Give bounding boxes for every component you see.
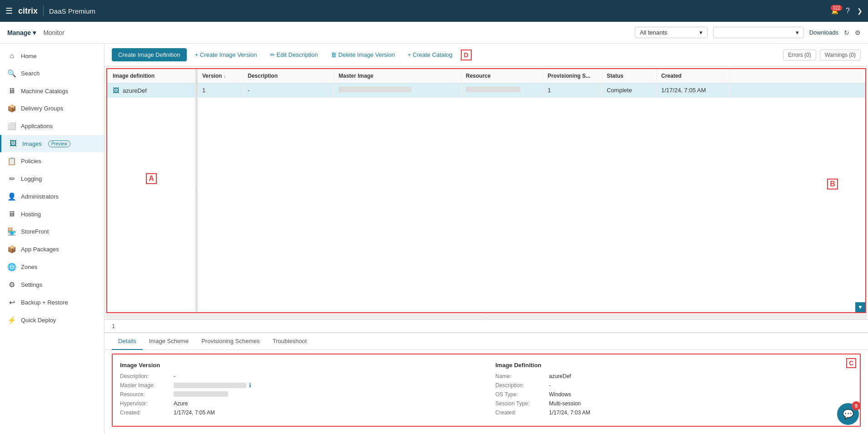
manage-chevron: ▾	[33, 29, 36, 36]
sidebar-item-app-packages[interactable]: 📦 App Packages	[0, 240, 104, 258]
details-content: Image Version Description: - Master Imag…	[112, 354, 861, 427]
sub-navigation: Manage ▾ Monitor All tenants ▾ ▾ Downloa…	[0, 22, 868, 44]
th-master-image[interactable]: Master Image	[334, 69, 461, 83]
scroll-chevron[interactable]: ▼	[855, 302, 865, 312]
expand-icon[interactable]: ❯	[857, 7, 863, 15]
def-detail-row-session: Session Type: Multi-session	[495, 400, 853, 407]
notification-count: 322	[831, 5, 842, 11]
def-detail-row-name: Name: azureDef	[495, 373, 853, 379]
help-icon[interactable]: ?	[846, 7, 850, 15]
master-image-blurred-detail	[174, 383, 246, 388]
th-status[interactable]: Status	[602, 69, 657, 83]
def-session-label: Session Type:	[495, 400, 545, 407]
th-resource[interactable]: Resource	[461, 69, 543, 83]
image-def-item[interactable]: 🖼 azureDef	[107, 83, 195, 98]
sidebar-item-zones[interactable]: 🌐 Zones	[0, 258, 104, 276]
machine-catalogs-icon: 🖥	[7, 87, 16, 95]
search-icon: 🔍	[7, 69, 16, 78]
tenant-selector[interactable]: All tenants ▾	[635, 27, 708, 38]
warnings-button[interactable]: Warnings (0)	[820, 50, 861, 60]
sidebar-item-label: Home	[21, 53, 37, 60]
toolbar-right: Errors (0) Warnings (0)	[783, 50, 861, 60]
create-image-version-button[interactable]: + Create Image Version	[190, 49, 262, 61]
menu-icon[interactable]: ☰	[5, 6, 13, 16]
td-version: 1	[198, 83, 243, 97]
sidebar-item-applications[interactable]: ⬜ Applications	[0, 117, 104, 135]
edit-desc-label: Edit Description	[277, 51, 318, 58]
policies-icon: 📋	[7, 157, 16, 165]
sidebar-item-home[interactable]: ⌂ Home	[0, 47, 104, 65]
master-value: ℹ	[174, 382, 251, 389]
edit-description-button[interactable]: ✏ Edit Description	[265, 49, 323, 61]
sidebar-item-label: Settings	[21, 281, 42, 288]
def-os-label: OS Type:	[495, 391, 545, 398]
chat-widget[interactable]: 💬 9	[837, 403, 859, 425]
chat-count: 9	[852, 401, 861, 410]
def-created-value: 1/17/24, 7:03 AM	[549, 409, 590, 416]
created-value: 1/17/24, 7:05 AM	[174, 409, 215, 416]
th-version-label: Version	[202, 73, 222, 79]
sidebar-item-administrators[interactable]: 👤 Administrators	[0, 188, 104, 205]
zones-icon: 🌐	[7, 263, 16, 271]
images-icon: 🖼	[9, 140, 18, 148]
errors-button[interactable]: Errors (0)	[783, 50, 816, 60]
master-label: Master Image:	[120, 382, 170, 389]
citrix-logo: citrix	[18, 6, 38, 16]
detail-row-created: Created: 1/17/24, 7:05 AM	[120, 409, 477, 416]
horizontal-scrollbar[interactable]: ···	[106, 315, 866, 319]
home-icon: ⌂	[7, 52, 16, 60]
master-info-icon[interactable]: ℹ	[249, 382, 251, 389]
tab-troubleshoot[interactable]: Troubleshoot	[266, 333, 313, 350]
main-layout: ⌂ Home 🔍 Search 🖥 Machine Catalogs 📦 Del…	[0, 44, 868, 434]
sidebar-item-backup-restore[interactable]: ↩ Backup + Restore	[0, 294, 104, 311]
secondary-selector[interactable]: ▾	[713, 27, 804, 38]
image-definition-column-header: Image definition	[107, 69, 195, 83]
sidebar-item-machine-catalogs[interactable]: 🖥 Machine Catalogs	[0, 82, 104, 100]
downloads-button[interactable]: Downloads	[809, 29, 838, 36]
sidebar-item-hosting[interactable]: 🖥 Hosting	[0, 205, 104, 223]
table-row[interactable]: 1 - 1 Complete 1/17/24, 7:05 AM	[198, 83, 865, 98]
tab-provisioning-schemes[interactable]: Provisioning Schemes	[195, 333, 266, 350]
tab-image-scheme[interactable]: Image Scheme	[143, 333, 195, 350]
sidebar-item-storefront[interactable]: 🏪 StoreFront	[0, 223, 104, 240]
create-image-definition-button[interactable]: Create Image Definition	[112, 48, 187, 61]
def-created-label: Created:	[495, 409, 545, 416]
create-catalog-button[interactable]: + Create Catalog	[403, 49, 457, 61]
def-os-value: Windows	[549, 391, 571, 398]
th-status-label: Status	[607, 73, 624, 79]
def-name-label: Name:	[495, 373, 545, 379]
sidebar-item-logging[interactable]: ✏ Logging	[0, 170, 104, 188]
a-annotation: A	[146, 173, 157, 184]
td-master-image	[334, 83, 461, 97]
td-description: -	[243, 83, 334, 97]
th-created[interactable]: Created	[657, 69, 729, 83]
def-detail-row-created: Created: 1/17/24, 7:03 AM	[495, 409, 853, 416]
delete-image-version-button[interactable]: 🗑 Delete Image Version	[326, 49, 399, 61]
sidebar-item-policies[interactable]: 📋 Policies	[0, 152, 104, 170]
app-packages-icon: 📦	[7, 245, 16, 254]
sidebar-item-quick-deploy[interactable]: ⚡ Quick Deploy	[0, 311, 104, 329]
th-version[interactable]: Version ↓	[198, 69, 243, 83]
sidebar-item-label: StoreFront	[21, 228, 49, 235]
detail-row-resource: Resource:	[120, 391, 477, 398]
sidebar-item-delivery-groups[interactable]: 📦 Delivery Groups	[0, 100, 104, 117]
refresh-icon[interactable]: ↻	[844, 29, 849, 36]
hypervisor-label: Hypervisor:	[120, 400, 170, 407]
resource-label: Resource:	[120, 391, 170, 398]
applications-icon: ⬜	[7, 122, 16, 130]
sidebar-item-search[interactable]: 🔍 Search	[0, 65, 104, 82]
trash-icon: 🗑	[331, 51, 337, 58]
sidebar-item-images[interactable]: 🖼 Images Preview	[0, 135, 104, 152]
td-prov-s: 1	[543, 83, 602, 97]
top-nav-left: ☰ citrix DaaS Premium	[5, 5, 95, 16]
th-description[interactable]: Description	[243, 69, 334, 83]
storefront-icon: 🏪	[7, 227, 16, 236]
sidebar-item-settings[interactable]: ⚙ Settings	[0, 276, 104, 294]
notification-bell[interactable]: 🔔 322	[831, 8, 838, 15]
pagination: 1	[105, 319, 868, 332]
settings-icon[interactable]: ⚙	[855, 29, 861, 36]
tab-details[interactable]: Details	[112, 333, 143, 350]
monitor-tab[interactable]: Monitor	[40, 27, 68, 38]
th-prov-s[interactable]: Provisioning S...	[543, 69, 602, 83]
manage-button[interactable]: Manage ▾	[7, 29, 36, 36]
